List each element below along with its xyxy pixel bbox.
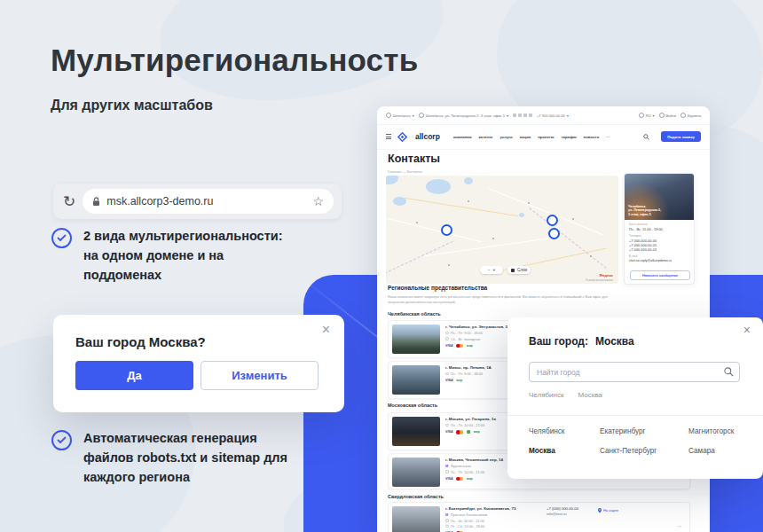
office-thumbnail [392, 506, 440, 532]
map-marker[interactable] [547, 215, 558, 226]
city-selector[interactable]: Челябинск ▾ [386, 113, 414, 118]
bookmark-star-icon[interactable]: ☆ [312, 194, 324, 208]
layers-icon [511, 269, 515, 272]
change-city-button[interactable]: Изменить [201, 361, 319, 390]
city-option[interactable]: Челябинск [529, 427, 564, 435]
topbar-phone[interactable]: +7 900 000-00-00 ▾ [537, 113, 569, 118]
logo-text[interactable]: allcorp [415, 132, 440, 141]
feature-item-2: Автоматическая генерация файлов robots.t… [51, 428, 287, 487]
yandex-map[interactable]: − + Слои Яндекс Условия использования [386, 176, 618, 284]
city-search-input[interactable] [529, 362, 740, 382]
city-option[interactable]: Санкт-Петербург [600, 447, 657, 455]
search-icon[interactable] [724, 367, 734, 377]
nav-item[interactable]: услуги [500, 135, 513, 139]
zoom-in-button[interactable]: + [493, 268, 496, 272]
layers-label: Слои [517, 268, 527, 272]
address-field[interactable]: msk.allcorp3-demo.ru ☆ [83, 189, 334, 214]
nav-item[interactable]: тарифы [561, 135, 576, 139]
office-photo-address: Челябинск, ул. Ленинградская 2, 3 этаж, … [628, 205, 661, 217]
map-terms-link[interactable]: Условия использования [586, 278, 613, 282]
clock-icon [445, 372, 449, 376]
map-marker[interactable] [441, 224, 452, 236]
city-option[interactable]: Екатеринбург [600, 427, 646, 435]
quick-city[interactable]: Москва [578, 391, 602, 399]
rep-address: г. Челябинск, ул. Энтузиастов, 30 [445, 325, 509, 329]
close-icon[interactable]: × [743, 323, 751, 337]
social-links[interactable] [513, 113, 532, 117]
map-layers-control[interactable]: Слои [507, 266, 531, 274]
rep-hours: Пн - Пт: 9:00 - 18:00 [445, 331, 509, 335]
hours-text: Пн - Пт: 9:00 - 18:00 [451, 372, 483, 376]
mastercard-icon [456, 430, 463, 434]
yandex-logo[interactable]: Яндекс [599, 273, 613, 278]
city-option[interactable]: Самара [688, 447, 715, 455]
reload-icon[interactable]: ↻ [63, 194, 75, 209]
rep-hours: Пн - Пт: 9:00 - 18:00 [445, 372, 492, 376]
close-icon[interactable]: × [322, 322, 330, 338]
yes-button[interactable]: Да [75, 361, 193, 390]
zoom-out-button[interactable]: − [488, 268, 491, 272]
city-option[interactable]: Магнитогорск [688, 427, 734, 435]
social-icon[interactable] [518, 113, 522, 117]
rep-card[interactable]: г. Екатеринбург, ул. Космонавтов, 73 МПр… [388, 502, 690, 532]
globe-icon [639, 113, 644, 118]
social-icon[interactable] [529, 113, 532, 117]
office-phone[interactable]: +7 000-000-00-02 [629, 247, 657, 252]
geo-pin-icon [386, 113, 391, 118]
on-map-link[interactable]: На карте [598, 508, 618, 532]
chevron-down-icon: ▾ [653, 113, 655, 118]
nav-more[interactable]: ··· [606, 135, 610, 139]
map-marker[interactable] [548, 228, 560, 239]
map-road [405, 198, 519, 216]
metro-text: Фрунзенская [451, 464, 471, 468]
page-title: Мультирегиональность [51, 43, 418, 78]
metro-icon: М [445, 465, 448, 468]
phone-label: Телефон [629, 234, 641, 238]
payment-methods: VISA мир [445, 430, 496, 434]
nav-item[interactable]: новости [584, 135, 600, 139]
site-topbar: Челябинск ▾ Челябинск, ул. Ленинградская… [377, 106, 710, 125]
office-email[interactable]: chel.no-reply@allcorpdemo.ru [629, 259, 672, 263]
map-water [519, 213, 524, 217]
cart-link[interactable]: Корзина [680, 113, 701, 118]
nav-menu: компания каталог услуги акции проекты та… [453, 135, 610, 139]
feature-text: Автоматическая генерация файлов robots.t… [83, 428, 287, 487]
metro-text: Проспект Космонавтов [451, 512, 487, 517]
hours-text: Пт - Сб: 10:00 - 19:00 [451, 524, 484, 528]
write-message-button[interactable]: Написать сообщение [630, 270, 690, 280]
language-switcher[interactable]: RU ▾ [639, 113, 655, 118]
url-text: msk.allcorp3-demo.ru [106, 195, 213, 207]
city-option-selected[interactable]: Москва [529, 447, 555, 455]
map-water [426, 179, 451, 194]
nav-item[interactable]: компания [453, 135, 472, 139]
hours-label: Часы работы [629, 223, 648, 226]
nav-item[interactable]: каталог [478, 135, 492, 139]
quick-city[interactable]: Челябинск [529, 391, 563, 399]
divider [507, 415, 763, 416]
mir-icon: мир [456, 379, 462, 382]
lock-icon [92, 197, 100, 207]
chevron-down-icon: ▾ [507, 113, 508, 118]
current-city: Москва [595, 335, 634, 348]
office-address-selector[interactable]: Челябинск, ул. Ленинградская 2, 3 этаж, … [419, 113, 508, 118]
social-icon[interactable] [513, 113, 516, 117]
breadcrumb[interactable]: Главная — Контакты [388, 169, 422, 174]
nav-item[interactable]: проекты [538, 135, 554, 139]
submit-request-button[interactable]: Подать заявку [661, 131, 701, 142]
topbar-address: Челябинск, ул. Ленинградская 2, 3 этаж, … [426, 113, 505, 118]
chevron-down-icon: ▾ [567, 113, 569, 118]
search-icon[interactable] [643, 134, 649, 140]
feature-line: на одном домене и на [83, 246, 283, 265]
region-heading: Челябинская область [388, 311, 441, 317]
menu-icon[interactable] [386, 134, 391, 138]
rep-contacts: +7 (000) 000-00-00 info@test.ru [547, 506, 578, 532]
social-icon[interactable] [523, 113, 527, 117]
map-zoom-control[interactable]: − + [480, 266, 503, 274]
rep-email[interactable]: info@test.ru [547, 512, 578, 517]
arrow-right-icon[interactable]: → [676, 522, 682, 528]
login-link[interactable]: Войти [659, 113, 676, 118]
visa-icon: VISA [445, 344, 453, 348]
nav-item[interactable]: акции [520, 135, 531, 139]
mastercard-icon [456, 477, 463, 481]
mir-icon: мир [467, 344, 473, 348]
